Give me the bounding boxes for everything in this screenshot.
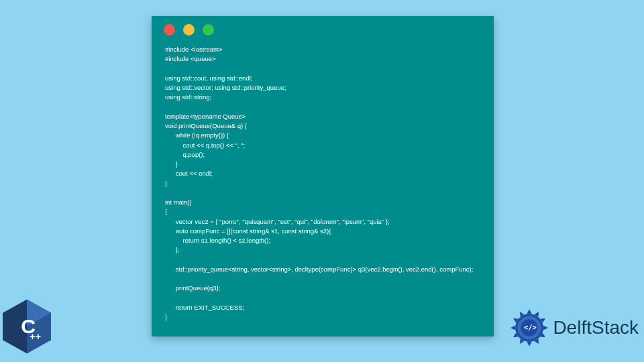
cpp-logo: C ++	[3, 299, 54, 350]
cpp-plus: ++	[30, 331, 41, 342]
code-window: #include <iostream> #include <queue> usi…	[152, 16, 494, 337]
close-icon[interactable]	[164, 24, 175, 36]
svg-marker-12	[511, 326, 516, 330]
delftstack-logo: </> DelftStack	[510, 308, 639, 347]
svg-marker-6	[543, 326, 548, 330]
gear-icon: </>	[510, 308, 549, 347]
svg-marker-3	[527, 309, 532, 314]
svg-text:</>: </>	[524, 323, 537, 331]
minimize-icon[interactable]	[183, 24, 195, 36]
svg-marker-9	[527, 342, 532, 347]
maximize-icon[interactable]	[203, 24, 214, 36]
code-content: #include <iostream> #include <queue> usi…	[152, 40, 494, 333]
delftstack-label: DelftStack	[553, 317, 639, 339]
cpp-hexagon-icon: C ++	[3, 299, 51, 354]
window-controls	[152, 16, 494, 40]
